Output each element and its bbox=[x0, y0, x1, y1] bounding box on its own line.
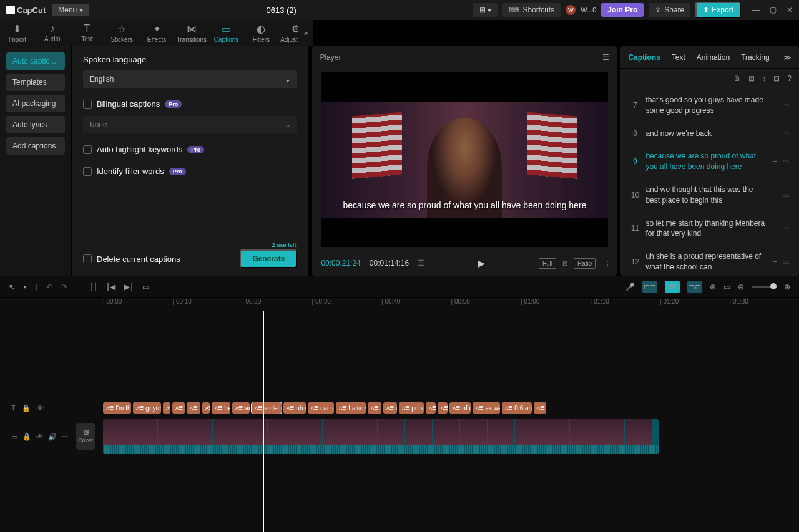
menu-button[interactable]: Menu ▾ bbox=[52, 4, 89, 16]
style-icon[interactable]: ⊞ bbox=[748, 74, 755, 83]
ratio-button[interactable]: Ratio bbox=[574, 258, 596, 269]
spoken-language-select[interactable]: English⌄ bbox=[83, 70, 297, 88]
layout-toggle[interactable]: ⊞ ▾ bbox=[473, 3, 498, 17]
delete-captions-checkbox[interactable] bbox=[83, 254, 92, 263]
caption-clip[interactable]: A☰beca bbox=[212, 402, 230, 414]
filler-checkbox[interactable] bbox=[83, 167, 92, 176]
delete-icon[interactable]: ▭ bbox=[782, 191, 789, 200]
tool-tab-effects[interactable]: ✦Effects bbox=[139, 20, 174, 46]
caption-clip[interactable]: A☰uh sh bbox=[283, 402, 306, 414]
add-icon[interactable]: + bbox=[773, 129, 777, 138]
cursor-tool[interactable]: ↖ bbox=[9, 283, 15, 291]
lock-icon[interactable]: 🔒 bbox=[22, 404, 31, 412]
caption-clip[interactable]: A☰and bbox=[232, 402, 250, 414]
caption-row[interactable]: 9because we are so proud of what you all… bbox=[628, 145, 792, 178]
caption-clip[interactable]: A☰ bbox=[202, 402, 210, 414]
more-tabs-icon[interactable]: » bbox=[298, 20, 313, 46]
caption-clip[interactable]: A☰an bbox=[383, 402, 397, 414]
mute-icon[interactable]: 🔊 bbox=[48, 433, 57, 441]
sub-tab[interactable]: AI packaging bbox=[6, 95, 65, 112]
maximize-icon[interactable]: ▢ bbox=[770, 6, 777, 14]
tool-tab-filters[interactable]: ◐Filters bbox=[243, 20, 278, 46]
sub-tab[interactable]: Auto captio... bbox=[6, 52, 65, 70]
caption-row[interactable]: 8and now we're back+▭ bbox=[628, 122, 792, 145]
join-pro-button[interactable]: Join Pro bbox=[601, 3, 644, 17]
caption-row[interactable]: 10and we thought that this was the best … bbox=[628, 178, 792, 212]
caption-clip[interactable]: A☰I also w bbox=[336, 402, 366, 414]
bilingual-select[interactable]: None⌄ bbox=[83, 116, 297, 133]
translate-icon[interactable]: 🗎 bbox=[733, 74, 741, 83]
sub-tab[interactable]: Add captions bbox=[6, 137, 65, 155]
video-clip[interactable]: 202406131136.mp4 00:01:14:16 bbox=[103, 419, 659, 454]
caption-clip[interactable]: A☰as well bbox=[473, 402, 500, 414]
inspector-tab[interactable]: Text bbox=[672, 53, 685, 62]
time-ruler[interactable]: | 00:00| 00:10| 00:20| 00:30| 00:40| 00:… bbox=[0, 298, 799, 311]
caption-clip[interactable]: A☰sh bbox=[172, 402, 185, 414]
snap-3-icon[interactable]: ⊐⊏ bbox=[687, 281, 702, 293]
caption-row[interactable]: 7that's good so you guys have made some … bbox=[628, 89, 792, 122]
caption-clip[interactable]: A☰ bbox=[163, 402, 170, 414]
player-menu-icon[interactable]: ☰ bbox=[602, 53, 609, 62]
inspector-tab[interactable]: Captions bbox=[628, 53, 660, 62]
tool-tab-audio[interactable]: ♪Audio bbox=[35, 20, 70, 46]
shortcuts-button[interactable]: ⌨ Shortcuts bbox=[502, 3, 561, 17]
split-icon[interactable]: ⎮⎮ bbox=[90, 283, 97, 291]
delete-icon[interactable]: ▭ bbox=[782, 101, 789, 110]
delete-icon[interactable]: ▭ bbox=[782, 258, 789, 266]
snap-1-icon[interactable]: ⊏⊐ bbox=[642, 281, 657, 293]
fullscreen-icon[interactable]: ⛶ bbox=[602, 260, 608, 267]
add-icon[interactable]: + bbox=[773, 157, 777, 166]
zoom-in-icon[interactable]: ⊕ bbox=[784, 283, 790, 291]
inspector-tab[interactable]: Animation bbox=[697, 53, 730, 62]
generate-button[interactable]: 2 use leftGenerate bbox=[240, 249, 297, 268]
delete-icon[interactable]: ▭ bbox=[142, 283, 149, 291]
sub-tab[interactable]: Templates bbox=[6, 74, 65, 91]
caption-clip[interactable]: A☰can do bbox=[308, 402, 334, 414]
bilingual-checkbox[interactable] bbox=[83, 100, 92, 109]
help-icon[interactable]: ? bbox=[787, 74, 792, 83]
cover-button[interactable]: 🖼Cover bbox=[76, 423, 95, 450]
crop-icon[interactable]: ⊡ bbox=[562, 260, 567, 267]
caption-row[interactable]: 12uh she is a proud representative of wh… bbox=[628, 245, 792, 276]
play-button[interactable]: ▶ bbox=[478, 258, 485, 268]
video-viewport[interactable]: because we are so proud of what you all … bbox=[321, 72, 608, 247]
timeline-tracks[interactable]: T 🔒 👁 A☰I'm thrA☰guys wA☰A☰shA☰thaA☰A☰be… bbox=[0, 311, 799, 532]
tool-tab-captions[interactable]: ▭Captions bbox=[209, 20, 244, 46]
preview-icon[interactable]: ▭ bbox=[723, 283, 730, 291]
delete-icon[interactable]: ▭ bbox=[782, 157, 789, 166]
playhead[interactable] bbox=[263, 311, 264, 532]
add-icon[interactable]: + bbox=[773, 191, 777, 200]
tool-tab-transitions[interactable]: ⋈Transitions bbox=[174, 20, 209, 46]
visibility-icon[interactable]: 👁 bbox=[37, 404, 44, 412]
magnet-icon[interactable]: ⊕ bbox=[710, 283, 716, 291]
caption-clip[interactable]: A☰princi bbox=[399, 402, 424, 414]
minimize-icon[interactable]: — bbox=[752, 6, 760, 14]
caption-clip[interactable]: A☰ bbox=[438, 402, 448, 414]
caption-clip[interactable]: A☰th bbox=[368, 402, 381, 414]
caption-clip[interactable]: A☰of co bbox=[449, 402, 471, 414]
inspector-tab[interactable]: Tracking bbox=[741, 53, 770, 62]
delete-icon[interactable]: ▭ bbox=[782, 129, 789, 138]
trim-right-icon[interactable]: ▶⎮ bbox=[124, 283, 134, 291]
caption-clip[interactable]: A☰I'm thr bbox=[103, 402, 131, 414]
add-icon[interactable]: + bbox=[773, 258, 777, 266]
add-icon[interactable]: + bbox=[773, 224, 777, 233]
delete-icon[interactable]: ▭ bbox=[782, 224, 789, 233]
caption-clip[interactable]: A☰le bbox=[534, 402, 546, 414]
snap-2-icon[interactable]: ⊓ bbox=[665, 281, 680, 293]
more-icon[interactable]: ⋯ bbox=[62, 433, 69, 441]
sort-icon[interactable]: ↕ bbox=[762, 74, 766, 83]
tool-tab-stickers[interactable]: ☆Stickers bbox=[104, 20, 139, 46]
caption-clip[interactable]: A☰0 6 and bbox=[502, 402, 532, 414]
tool-tab-text[interactable]: TText bbox=[70, 20, 105, 46]
caption-clip[interactable]: A☰tha bbox=[187, 402, 200, 414]
user-avatar[interactable]: W bbox=[566, 5, 576, 15]
sub-tab[interactable]: Auto lyrics bbox=[6, 116, 65, 133]
tool-tab-import[interactable]: ⬇Import bbox=[0, 20, 35, 46]
visibility-icon[interactable]: 👁 bbox=[36, 433, 43, 440]
close-icon[interactable]: ✕ bbox=[787, 6, 793, 14]
mic-icon[interactable]: 🎤 bbox=[625, 283, 635, 291]
caption-clip[interactable]: A☰so let n bbox=[252, 402, 282, 414]
highlight-checkbox[interactable] bbox=[83, 145, 92, 154]
redo-icon[interactable]: ↷ bbox=[61, 283, 67, 291]
